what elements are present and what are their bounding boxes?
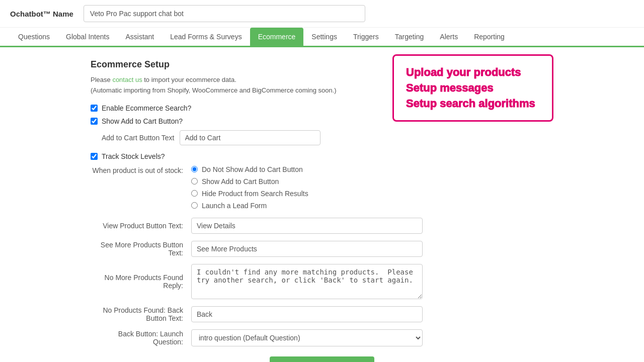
back-button-launch-row: Back Button: Launch Question: intro ques… xyxy=(91,329,553,346)
view-product-input[interactable] xyxy=(191,218,423,234)
nav-questions[interactable]: Questions xyxy=(10,28,58,47)
add-to-cart-text-label: Add to Cart Button Text xyxy=(102,134,175,142)
no-more-products-row: No More Products Found Reply: I couldn't… xyxy=(91,264,553,299)
nav-reporting[interactable]: Reporting xyxy=(466,28,513,47)
enable-ecommerce-checkbox[interactable] xyxy=(91,105,98,112)
show-add-to-cart-checkbox[interactable] xyxy=(91,118,98,125)
no-products-back-input[interactable] xyxy=(191,306,423,322)
nav-assistant[interactable]: Assistant xyxy=(117,28,162,47)
main-content: Upload your products Setup messages Setu… xyxy=(0,47,644,362)
nav-settings[interactable]: Settings xyxy=(303,28,345,47)
enable-ecommerce-row: Enable Ecommerce Search? xyxy=(91,104,377,112)
promo-line-2: Setup messages xyxy=(406,80,540,96)
back-button-launch-select[interactable]: intro question (Default Question) xyxy=(191,329,423,346)
out-of-stock-label: When product is out of stock: xyxy=(91,165,191,210)
radio-do-not-show: Do Not Show Add to Cart Button xyxy=(191,165,308,173)
radio-do-not-show-input[interactable] xyxy=(191,166,198,172)
enable-ecommerce-label[interactable]: Enable Ecommerce Search? xyxy=(102,104,191,112)
radio-launch-lead-input[interactable] xyxy=(191,202,198,209)
no-products-back-label: No Products Found: Back Button Text: xyxy=(91,306,191,322)
radio-hide-product-label[interactable]: Hide Product from Search Results xyxy=(202,190,308,198)
radio-show-add-input[interactable] xyxy=(191,178,198,185)
nav-triggers[interactable]: Triggers xyxy=(345,28,387,47)
promo-line-1: Upload your products xyxy=(406,65,540,80)
radio-launch-lead-label[interactable]: Launch a Lead Form xyxy=(202,202,267,210)
show-add-to-cart-label[interactable]: Show Add to Cart Button? xyxy=(102,117,183,125)
intro-line-2: (Automatic importing from Shopify, WooCo… xyxy=(91,86,337,94)
bot-name-input[interactable] xyxy=(84,5,365,22)
track-stock-row: Track Stock Levels? xyxy=(91,152,553,160)
brand-name: Ochatbot™ Name xyxy=(10,10,73,18)
top-bar: Ochatbot™ Name xyxy=(0,0,644,28)
radio-do-not-show-label[interactable]: Do Not Show Add to Cart Button xyxy=(202,165,303,173)
back-button-launch-label: Back Button: Launch Question: xyxy=(91,330,191,346)
radio-hide-product: Hide Product from Search Results xyxy=(191,190,308,198)
show-add-to-cart-row: Show Add to Cart Button? xyxy=(91,117,377,125)
track-stock-checkbox[interactable] xyxy=(91,153,98,160)
add-to-cart-text-input[interactable] xyxy=(180,130,320,145)
no-more-products-label: No More Products Found Reply: xyxy=(91,274,191,290)
radio-launch-lead: Launch a Lead Form xyxy=(191,202,308,210)
radio-show-add-label[interactable]: Show Add to Cart Button xyxy=(202,177,279,186)
save-ecommerce-button[interactable]: Save Ecommerce Settings xyxy=(270,356,375,362)
promo-box: Upload your products Setup messages Setu… xyxy=(392,54,553,122)
out-of-stock-section: When product is out of stock: Do Not Sho… xyxy=(91,165,553,210)
see-more-products-row: See More Products Button Text: xyxy=(91,241,553,257)
main-nav: Questions Global Intents Assistant Lead … xyxy=(0,28,644,47)
save-btn-row: Save Ecommerce Settings xyxy=(91,356,553,362)
nav-ecommerce[interactable]: Ecommerce xyxy=(250,28,304,47)
radio-show-add: Show Add to Cart Button xyxy=(191,177,308,186)
nav-targeting[interactable]: Targeting xyxy=(387,28,432,47)
view-product-row: View Product Button Text: xyxy=(91,218,553,234)
nav-lead-forms[interactable]: Lead Forms & Surveys xyxy=(162,28,250,47)
view-product-label: View Product Button Text: xyxy=(91,222,191,230)
out-of-stock-options: Do Not Show Add to Cart Button Show Add … xyxy=(191,165,308,210)
contact-us-link[interactable]: contact us xyxy=(112,76,142,83)
track-stock-label[interactable]: Track Stock Levels? xyxy=(102,152,165,160)
see-more-products-label: See More Products Button Text: xyxy=(91,241,191,257)
nav-global-intents[interactable]: Global Intents xyxy=(58,28,117,47)
see-more-products-input[interactable] xyxy=(191,241,423,257)
nav-alerts[interactable]: Alerts xyxy=(432,28,466,47)
radio-hide-product-input[interactable] xyxy=(191,190,198,197)
promo-line-3: Setup search algorithms xyxy=(406,96,540,112)
add-to-cart-text-row: Add to Cart Button Text xyxy=(102,130,553,145)
no-products-back-row: No Products Found: Back Button Text: xyxy=(91,306,553,322)
no-more-products-textarea[interactable]: I couldn't find any more matching produc… xyxy=(191,264,423,299)
